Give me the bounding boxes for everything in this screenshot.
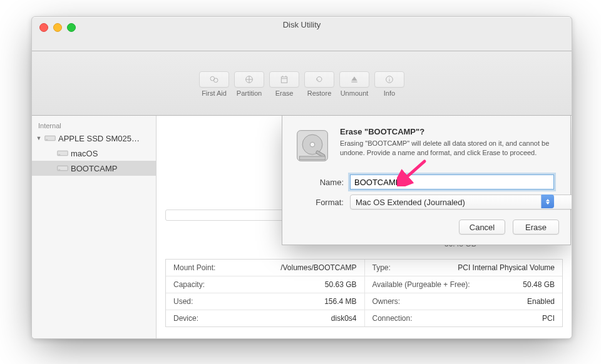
svg-point-1 — [213, 78, 218, 83]
main-content: ded (Journaled) Free 50.48 GB Mount Poin… — [157, 116, 572, 338]
svg-rect-5 — [281, 77, 287, 83]
toolbar-item-label: Unmount — [337, 89, 372, 97]
toolbar-item-info[interactable]: Info — [372, 71, 407, 97]
toolbar-item-label: Partition — [232, 89, 267, 97]
format-select-value: Mac OS Extended (Journaled) — [356, 198, 465, 207]
cancel-button[interactable]: Cancel — [459, 220, 505, 235]
erase-icon — [269, 71, 299, 88]
erase-button-label: Erase — [525, 223, 547, 232]
partition-icon — [234, 71, 264, 88]
harddrive-icon — [294, 127, 331, 164]
svg-point-13 — [389, 78, 389, 78]
svg-point-22 — [310, 142, 315, 147]
sidebar: Internal ▼ APPLE SSD SM025… macOS BOOTCA… — [32, 116, 157, 338]
sidebar-item-volume-bootcamp[interactable]: BOOTCAMP — [32, 161, 156, 176]
toolbar-item-label: First Aid — [197, 89, 232, 97]
info-cell: Available (Purgeable + Free):50.48 GB — [364, 276, 563, 293]
info-key: Mount Point: — [173, 263, 215, 272]
svg-rect-24 — [299, 156, 325, 160]
zoom-window-button[interactable] — [67, 23, 76, 32]
info-cell: Capacity:50.63 GB — [166, 276, 364, 293]
sidebar-item-label: APPLE SSD SM025… — [58, 134, 140, 143]
unmount-icon — [339, 71, 369, 88]
info-value: PCI — [542, 314, 555, 323]
firstaid-icon — [199, 71, 229, 88]
name-input[interactable] — [350, 174, 554, 190]
sidebar-item-label: macOS — [71, 149, 98, 158]
sidebar-item-volume-macos[interactable]: macOS — [32, 146, 156, 161]
disk-utility-window: Disk Utility First AidPartitionEraseRest… — [31, 16, 572, 339]
toolbar-item-unmount[interactable]: Unmount — [337, 71, 372, 97]
stepper-caps-icon — [541, 195, 554, 208]
window-controls — [39, 23, 76, 32]
window-body: Internal ▼ APPLE SSD SM025… macOS BOOTCA… — [32, 116, 572, 338]
info-value: /Volumes/BOOTCAMP — [280, 263, 356, 272]
info-cell: Owners:Enabled — [364, 293, 563, 310]
info-icon — [374, 71, 404, 88]
close-window-button[interactable] — [39, 23, 48, 32]
erase-button[interactable]: Erase — [513, 220, 559, 235]
volume-icon — [57, 149, 68, 158]
info-cell: Device:disk0s4 — [166, 310, 364, 326]
info-cell: Used:156.4 MB — [166, 293, 364, 310]
sidebar-item-parent[interactable]: ▼ APPLE SSD SM025… — [32, 131, 156, 146]
info-key: Available (Purgeable + Free): — [372, 280, 470, 289]
info-key: Owners: — [372, 297, 401, 306]
info-value: PCI Internal Physical Volume — [458, 263, 555, 272]
info-key: Device: — [173, 314, 198, 323]
sidebar-section-header: Internal — [32, 119, 156, 131]
svg-rect-10 — [351, 81, 357, 82]
svg-marker-9 — [351, 76, 357, 81]
cancel-button-label: Cancel — [470, 223, 495, 232]
info-value: Enabled — [527, 297, 555, 306]
volume-icon — [57, 164, 68, 173]
toolbar-item-erase[interactable]: Erase — [267, 71, 302, 97]
window-title: Disk Utility — [32, 17, 572, 29]
toolbar-item-restore[interactable]: Restore — [302, 71, 337, 97]
toolbar-item-partition[interactable]: Partition — [232, 71, 267, 97]
sidebar-item-label: BOOTCAMP — [71, 164, 117, 173]
info-key: Used: — [173, 297, 193, 306]
minimize-window-button[interactable] — [53, 23, 62, 32]
info-value: 50.63 GB — [325, 280, 357, 289]
sheet-body-text: Erasing "BOOTCAMP" will delete all data … — [340, 139, 559, 158]
toolbar-item-label: Restore — [302, 89, 337, 97]
volume-info-table: Mount Point:/Volumes/BOOTCAMPType:PCI In… — [165, 259, 563, 327]
internal-disk-icon — [44, 134, 56, 143]
info-value: 50.48 GB — [523, 280, 555, 289]
info-cell: Type:PCI Internal Physical Volume — [364, 260, 563, 276]
info-key: Type: — [372, 263, 391, 272]
sheet-title: Erase "BOOTCAMP"? — [340, 127, 559, 136]
info-cell: Mount Point:/Volumes/BOOTCAMP — [166, 260, 364, 276]
info-value: 156.4 MB — [324, 297, 356, 306]
info-value: disk0s4 — [331, 314, 357, 323]
format-select[interactable]: Mac OS Extended (Journaled) — [350, 195, 572, 210]
format-label: Format: — [299, 198, 344, 207]
disclosure-triangle-icon[interactable]: ▼ — [36, 135, 42, 141]
title-bar: Disk Utility — [32, 17, 572, 51]
toolbar-item-label: Erase — [267, 89, 302, 97]
info-cell: Connection:PCI — [364, 310, 563, 326]
info-key: Connection: — [372, 314, 413, 323]
toolbar-item-label: Info — [372, 89, 407, 97]
toolbar: First AidPartitionEraseRestoreUnmountInf… — [32, 51, 572, 116]
info-key: Capacity: — [173, 280, 205, 289]
restore-icon — [304, 71, 334, 88]
name-label: Name: — [299, 178, 344, 187]
toolbar-item-firstaid[interactable]: First Aid — [197, 71, 232, 97]
erase-sheet: Erase "BOOTCAMP"? Erasing "BOOTCAMP" wil… — [282, 116, 571, 245]
